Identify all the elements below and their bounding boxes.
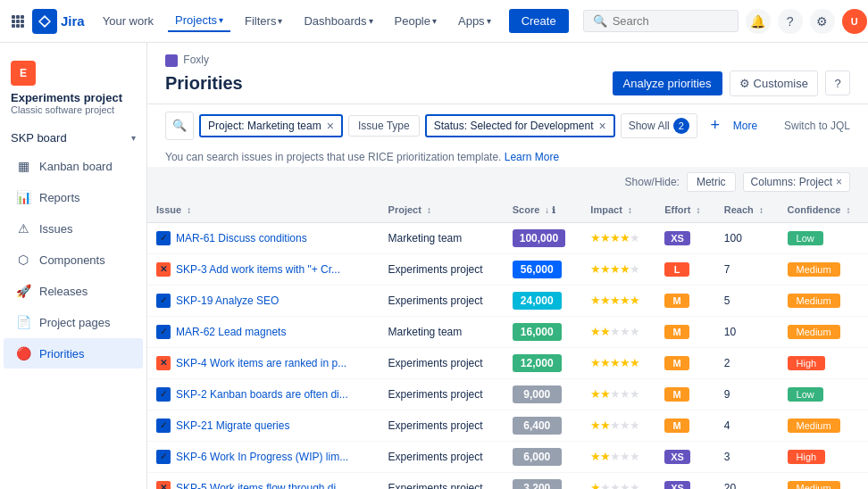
reach-cell: 3 (715, 441, 779, 472)
issue-cell: ✕ SKP-5 Work items flow through di... (156, 481, 371, 489)
nav-icon-group: 🔔 ? ⚙ U (746, 9, 867, 34)
customise-button[interactable]: ⚙ Customise (730, 70, 818, 96)
col-effort[interactable]: Effort ↕ (655, 197, 715, 223)
table-row: ✓ SKP-21 Migrate queries Experiments pro… (147, 410, 868, 441)
confidence-badge: Medium (788, 419, 840, 433)
nav-projects[interactable]: Projects ▾ (168, 10, 230, 32)
impact-stars: ★★★★★ (590, 262, 639, 276)
sidebar-item-releases[interactable]: 🚀 Releases (4, 276, 143, 306)
more-filters-button[interactable]: More (733, 120, 757, 132)
logo[interactable]: Jira (32, 9, 85, 34)
project-icon: E (11, 61, 36, 86)
nav-dashboards[interactable]: Dashboards ▾ (296, 11, 380, 31)
col-score[interactable]: Score ↓ ℹ (504, 197, 582, 223)
svg-rect-4 (16, 20, 20, 23)
impact-cell: ★★★★★ (581, 378, 655, 410)
table-row: ✕ SKP-3 Add work items with "+ Cr... Exp… (147, 253, 868, 285)
sidebar-item-label: Components (39, 253, 105, 267)
effort-badge: M (664, 294, 689, 308)
close-icon[interactable]: × (327, 120, 334, 132)
issue-cell: ✓ MAR-61 Discuss conditions (156, 231, 371, 245)
settings-button[interactable]: ⚙ (810, 9, 835, 34)
nav-people[interactable]: People ▾ (388, 11, 444, 31)
issue-link[interactable]: SKP-4 Work items are ranked in p... (176, 357, 346, 369)
effort-cell: XS (655, 441, 715, 472)
analyze-button[interactable]: Analyze priorities (613, 71, 722, 95)
issue-link[interactable]: SKP-6 Work In Progress (WIP) lim... (176, 451, 348, 463)
col-project[interactable]: Project ↕ (380, 197, 504, 223)
issues-icon: ⚠ (14, 220, 32, 237)
metric-button[interactable]: Metric (687, 172, 736, 192)
sidebar-item-label: Project pages (39, 316, 111, 329)
impact-stars: ★★★★★ (590, 481, 639, 489)
issue-link[interactable]: SKP-3 Add work items with "+ Cr... (176, 263, 340, 276)
col-issue[interactable]: Issue ↕ (147, 197, 380, 223)
main-layout: E Experiments project Classic software p… (0, 43, 868, 489)
project-cell: Experiments project (380, 410, 504, 441)
issue-type-icon: ✓ (156, 450, 171, 464)
issue-cell: ✕ SKP-3 Add work items with "+ Cr... (156, 262, 371, 277)
breadcrumb: Foxly (165, 54, 850, 67)
col-confidence[interactable]: Confidence ↕ (779, 197, 868, 223)
sidebar-item-pages[interactable]: 📄 Project pages (4, 307, 143, 337)
issue-link[interactable]: SKP-21 Migrate queries (176, 419, 289, 432)
issue-type-icon: ✓ (156, 419, 171, 433)
learn-more-link[interactable]: Learn More (505, 151, 559, 163)
nav-apps[interactable]: Apps ▾ (451, 11, 498, 31)
confidence-cell: Medium (779, 253, 868, 285)
filter-search-button[interactable]: 🔍 (165, 112, 194, 140)
reach-cell: 100 (715, 222, 779, 253)
sidebar-item-components[interactable]: ⬡ Components (4, 244, 143, 275)
close-icon[interactable]: × (599, 120, 606, 132)
effort-badge: XS (664, 450, 690, 464)
issue-link[interactable]: SKP-5 Work items flow through di... (176, 482, 345, 489)
svg-rect-3 (12, 20, 15, 23)
nav-filters[interactable]: Filters ▾ (238, 11, 289, 31)
avatar[interactable]: U (842, 9, 867, 34)
pages-icon: 📄 (14, 313, 32, 331)
project-cell: Experiments project (380, 347, 504, 378)
search-input[interactable] (613, 14, 729, 28)
switch-jql-button[interactable]: Switch to JQL (784, 120, 850, 132)
reach-cell: 7 (715, 253, 779, 285)
sort-icon: ↕ (697, 205, 701, 215)
sidebar-board[interactable]: SKP board ▾ (0, 126, 146, 150)
sidebar-item-priorities[interactable]: 🔴 Priorities (4, 338, 143, 369)
table-row: ✓ MAR-62 Lead magnets Marketing team 16,… (147, 316, 868, 347)
board-name: SKP board (11, 131, 67, 145)
sidebar-item-issues[interactable]: ⚠ Issues (4, 213, 143, 244)
close-icon[interactable]: × (836, 176, 842, 188)
issue-link[interactable]: MAR-62 Lead magnets (176, 326, 286, 338)
impact-stars: ★★★★★ (590, 294, 639, 307)
show-all-button[interactable]: Show All 2 (621, 113, 697, 138)
breadcrumb-foxly[interactable]: Foxly (165, 54, 209, 67)
project-name: Experiments project (11, 91, 136, 104)
score-cell: 16,000 (504, 316, 582, 347)
help-button[interactable]: ? (778, 9, 803, 34)
notifications-button[interactable]: 🔔 (746, 9, 771, 34)
create-button[interactable]: Create (509, 9, 569, 33)
effort-badge: L (664, 262, 689, 277)
nav-your-work[interactable]: Your work (96, 11, 161, 31)
issue-link[interactable]: SKP-2 Kanban boards are often di... (176, 388, 348, 401)
sidebar-item-kanban[interactable]: ▦ Kanban board (4, 151, 143, 181)
col-reach[interactable]: Reach ↕ (715, 197, 779, 223)
impact-cell: ★★★★★ (581, 347, 655, 378)
svg-rect-1 (16, 15, 20, 19)
sidebar-item-reports[interactable]: 📊 Reports (4, 182, 143, 212)
col-impact[interactable]: Impact ↕ (581, 197, 655, 223)
kanban-icon: ▦ (14, 157, 32, 175)
issue-link[interactable]: MAR-61 Discuss conditions (176, 232, 307, 244)
add-filter-button[interactable]: + (703, 113, 728, 138)
help-icon-button[interactable]: ? (825, 70, 850, 95)
reports-icon: 📊 (14, 188, 32, 206)
project-filter-tag[interactable]: Project: Marketing team × (199, 114, 343, 137)
effort-badge: M (664, 419, 689, 433)
confidence-badge: High (788, 450, 826, 464)
grid-icon[interactable] (11, 11, 25, 32)
status-filter-tag[interactable]: Status: Selected for Development × (425, 114, 615, 137)
issue-type-filter[interactable]: Issue Type (348, 115, 420, 137)
columns-button[interactable]: Columns: Project × (743, 172, 850, 192)
search-box[interactable]: 🔍 (583, 10, 739, 32)
issue-link[interactable]: SKP-19 Analyze SEO (176, 294, 279, 307)
